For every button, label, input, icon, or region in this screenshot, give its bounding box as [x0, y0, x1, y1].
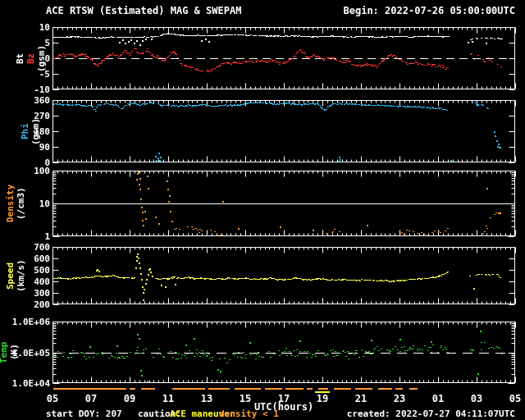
- y-tick-label: 0: [0, 53, 50, 64]
- y-tick-label: 360: [0, 95, 50, 106]
- x-tick-label: 05: [503, 393, 525, 404]
- y-tick-label: 90: [0, 142, 50, 153]
- y-tick-label: 1.0E+04: [0, 378, 50, 389]
- chart-title: ACE RTSW (Estimated) MAG & SWEPAM: [46, 5, 241, 16]
- x-tick-label: 09: [117, 393, 142, 404]
- begin-timestamp: Begin: 2022-07-26 05:00:00UTC: [343, 5, 515, 16]
- x-tick-label: 11: [156, 393, 180, 404]
- y-tick-label: 1.0E+06: [0, 317, 50, 327]
- x-tick-label: 15: [233, 393, 258, 404]
- x-tick-label: 07: [79, 393, 103, 404]
- y-tick-label: 100: [0, 166, 50, 176]
- y-tick-label: 180: [0, 126, 50, 137]
- y-tick-label: 5: [0, 38, 50, 48]
- y-tick-label: 300: [0, 288, 50, 299]
- y-tick-label: 200: [0, 299, 50, 310]
- footer-start-doy: start DOY: 207: [46, 409, 122, 419]
- y-tick-label: 500: [0, 265, 50, 276]
- x-tick-label: 19: [310, 393, 335, 404]
- y-tick-label: -5: [0, 69, 50, 80]
- y-tick-label: 1: [0, 231, 50, 242]
- x-tick-label: 23: [387, 393, 412, 404]
- y-tick-label: 270: [0, 111, 50, 121]
- chart-canvas: [0, 0, 525, 420]
- x-tick-label: 03: [464, 393, 489, 404]
- ace-rtsw-plot: ACE RTSW (Estimated) MAG & SWEPAM Begin:…: [0, 0, 525, 420]
- y-tick-label: -10: [0, 84, 50, 95]
- y-tick-label: 10: [0, 22, 50, 33]
- x-tick-label: 13: [194, 393, 219, 404]
- footer-created-timestamp: created: 2022-07-27 04:11:07UTC: [347, 409, 515, 419]
- y-tick-label: 400: [0, 276, 50, 287]
- footer-density-note: density < 1: [219, 409, 279, 419]
- y-tick-label: 1.0E+05: [0, 348, 50, 358]
- y-tick-label: 10: [0, 199, 50, 209]
- x-tick-label: 01: [426, 393, 450, 404]
- x-tick-label: 21: [349, 393, 373, 404]
- y-tick-label: 700: [0, 242, 50, 253]
- x-tick-label: 17: [272, 393, 296, 404]
- x-tick-label: 05: [40, 393, 65, 404]
- y-tick-label: 600: [0, 253, 50, 264]
